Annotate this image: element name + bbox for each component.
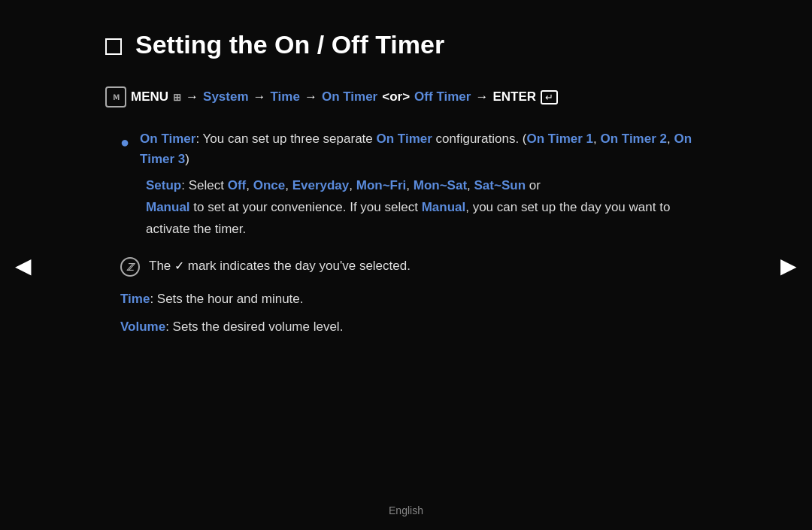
volume-item: Volume: Sets the desired volume level.: [120, 316, 707, 338]
arrow-1: →: [186, 89, 198, 104]
on-timer-content: On Timer: You can set up three separate …: [140, 129, 707, 169]
enter-icon: ↵: [541, 90, 558, 104]
time-label: Time: [271, 89, 300, 104]
comma5: ,: [467, 178, 474, 192]
sat-sun-option: Sat~Sun: [474, 178, 526, 192]
menu-icon-symbol: ᴍ: [113, 92, 120, 102]
on-timer-text2: configurations. (: [432, 132, 527, 146]
or-label: <or>: [382, 89, 410, 104]
bullet-dot: ●: [120, 130, 129, 169]
on-timer-bullet: ● On Timer: You can set up three separat…: [120, 129, 707, 169]
mon-fri-option: Mon~Fri: [356, 178, 407, 192]
page-title-container: Setting the On / Off Timer: [105, 30, 707, 59]
setup-text1: : Select: [181, 178, 227, 192]
content-section: ● On Timer: You can set up three separat…: [120, 129, 707, 338]
menu-icon: ᴍ: [105, 86, 126, 108]
page-title: Setting the On / Off Timer: [135, 30, 444, 59]
on-timer-label: On Timer: [322, 89, 377, 104]
close-paren: ): [185, 152, 189, 166]
off-option: Off: [228, 178, 247, 192]
mon-sat-option: Mon~Sat: [414, 178, 467, 192]
menu-grid: ⊞: [173, 92, 181, 103]
on-timer-1: On Timer 1: [527, 132, 594, 146]
title-checkbox-icon: [105, 38, 122, 55]
note-icon: ℤ: [120, 257, 140, 277]
menu-path: ᴍ MENU ⊞ → System → Time → On Timer <or>…: [105, 86, 707, 108]
nav-left-arrow[interactable]: ◀: [8, 245, 39, 285]
arrow-2: →: [253, 89, 266, 104]
enter-label: ENTER: [492, 89, 536, 104]
comma2: ,: [667, 132, 674, 146]
time-term: Time: [120, 292, 150, 306]
on-timer-term: On Timer: [140, 132, 195, 146]
or-text: or: [526, 178, 541, 192]
off-timer-label: Off Timer: [414, 89, 471, 104]
time-text: : Sets the hour and minute.: [150, 292, 303, 306]
on-timer-text1: : You can set up three separate: [195, 132, 376, 146]
volume-term: Volume: [120, 320, 165, 334]
manual-term: Manual: [146, 200, 190, 214]
setup-text2: to set at your convenience. If you selec…: [190, 200, 422, 214]
footer-language: English: [389, 504, 423, 516]
volume-text: : Sets the desired volume level.: [165, 320, 343, 334]
everyday-option: Everyday: [292, 178, 350, 192]
comma4: ,: [406, 178, 413, 192]
note-icon-symbol: ℤ: [126, 262, 134, 273]
arrow-4: →: [475, 89, 488, 104]
comma1: ,: [246, 178, 253, 192]
comma3: ,: [349, 178, 356, 192]
setup-item: Setup: Select Off, Once, Everyday, Mon~F…: [146, 175, 707, 241]
setup-term: Setup: [146, 178, 181, 192]
nav-right-arrow[interactable]: ▶: [773, 245, 804, 285]
note-section: ℤ The ✓ mark indicates the day you've se…: [120, 256, 707, 277]
footer: English: [0, 504, 812, 516]
menu-label: MENU: [131, 89, 168, 104]
check-mark: ✓: [174, 259, 184, 272]
on-timer-term2: On Timer: [377, 132, 432, 146]
note-text: The ✓ mark indicates the day you've sele…: [149, 256, 411, 276]
arrow-3: →: [304, 89, 317, 104]
on-timer-2: On Timer 2: [600, 132, 667, 146]
comma2: ,: [285, 178, 292, 192]
time-item: Time: Sets the hour and minute.: [120, 289, 707, 310]
once-option: Once: [253, 178, 286, 192]
system-label: System: [203, 89, 248, 104]
manual-term2: Manual: [422, 200, 466, 214]
